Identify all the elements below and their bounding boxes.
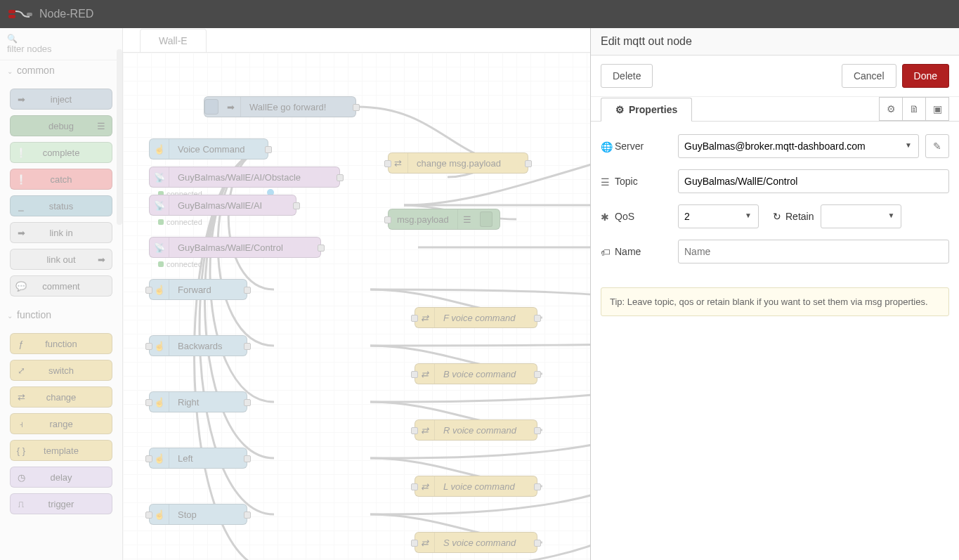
palette-node-change[interactable]: ⇄change bbox=[10, 386, 112, 408]
app-brand: Node-RED bbox=[39, 8, 93, 20]
node-port-in[interactable] bbox=[145, 287, 152, 294]
tag-icon: 🏷 bbox=[601, 247, 611, 256]
debug-icon: ☰ bbox=[94, 119, 108, 133]
palette-node-link-in[interactable]: ➡link in bbox=[10, 222, 112, 243]
cancel-button[interactable]: Cancel bbox=[842, 64, 896, 88]
app-header: Node-RED bbox=[0, 0, 959, 28]
palette-node-range[interactable]: ⫞range bbox=[10, 413, 112, 434]
node-left[interactable]: ☝Left bbox=[149, 448, 247, 469]
node-port-out[interactable] bbox=[265, 146, 272, 153]
function-icon: ƒ bbox=[14, 337, 28, 351]
node-forward[interactable]: ☝Forward bbox=[149, 279, 247, 300]
name-input[interactable] bbox=[678, 240, 949, 263]
palette-node-comment[interactable]: 💬comment bbox=[10, 275, 112, 297]
node-port-out[interactable] bbox=[244, 287, 251, 294]
server-select[interactable]: GuyBalmas@broker.mqtt-dashboard.com bbox=[678, 134, 919, 158]
node-port-in[interactable] bbox=[384, 160, 391, 167]
palette-node-catch[interactable]: ❕catch bbox=[10, 169, 112, 190]
status-dot-icon bbox=[158, 261, 164, 267]
palette-node-switch[interactable]: ⤢switch bbox=[10, 360, 112, 381]
node-mqtt-ai[interactable]: 📡GuyBalmas/WallE/AI bbox=[149, 195, 296, 216]
search-icon: 🔍 bbox=[7, 34, 18, 44]
node-port-out[interactable] bbox=[534, 540, 541, 547]
edit-server-button[interactable]: ✎ bbox=[925, 134, 949, 158]
palette-sidebar: 🔍 ⌄common ➡inject debug☰ ❕complete ❕catc… bbox=[0, 28, 123, 560]
palette-node-function[interactable]: ƒfunction bbox=[10, 333, 112, 354]
change-icon: ⇄ bbox=[415, 364, 435, 384]
change-icon: ⇄ bbox=[14, 390, 28, 404]
node-port-in[interactable] bbox=[384, 216, 391, 223]
tab-wall-e[interactable]: Wall-E bbox=[140, 29, 207, 52]
node-port-in[interactable] bbox=[145, 455, 152, 462]
appearance-icon-button[interactable]: ▣ bbox=[925, 97, 949, 121]
node-port-out[interactable] bbox=[293, 202, 300, 209]
node-port-in[interactable] bbox=[145, 512, 152, 519]
node-b-voice-command[interactable]: ⇄B voice command bbox=[415, 363, 537, 384]
node-f-voice-command[interactable]: ⇄F voice command bbox=[415, 307, 537, 328]
link-in-icon: ➡ bbox=[14, 226, 28, 240]
filter-nodes-row[interactable]: 🔍 bbox=[0, 28, 122, 60]
node-port-in[interactable] bbox=[145, 343, 152, 350]
node-port-out[interactable] bbox=[353, 104, 360, 111]
node-inject-wallee[interactable]: ➡WallEe go forward! bbox=[204, 96, 356, 117]
link-out-icon: ➡ bbox=[94, 252, 108, 266]
node-port-out[interactable] bbox=[244, 455, 251, 462]
node-port-out[interactable] bbox=[244, 399, 251, 406]
inject-button-icon[interactable] bbox=[204, 99, 218, 115]
trigger-icon: ⎍ bbox=[14, 497, 28, 511]
settings-icon-button[interactable]: ⚙ bbox=[879, 97, 903, 121]
node-port-out[interactable] bbox=[337, 174, 344, 181]
pencil-icon: ✎ bbox=[933, 141, 941, 152]
mqtt-icon: 📡 bbox=[150, 237, 169, 257]
node-right[interactable]: ☝Right bbox=[149, 391, 247, 412]
node-port-in[interactable] bbox=[411, 371, 418, 378]
palette-scrollbar[interactable] bbox=[117, 49, 122, 225]
node-port-out[interactable] bbox=[525, 160, 532, 167]
palette-node-complete[interactable]: ❕complete bbox=[10, 142, 112, 163]
qos-select[interactable]: 2 bbox=[678, 204, 759, 228]
palette-node-status[interactable]: ⎯status bbox=[10, 195, 112, 216]
node-port-out[interactable] bbox=[244, 512, 251, 519]
template-icon: { } bbox=[14, 443, 28, 457]
node-s-voice-command[interactable]: ⇄S voice command bbox=[415, 532, 537, 553]
retain-select[interactable] bbox=[821, 204, 901, 228]
node-voice-command[interactable]: ☝Voice Command bbox=[149, 138, 268, 159]
node-port-out[interactable] bbox=[244, 343, 251, 350]
node-mqtt-obstacle[interactable]: 📡GuyBalmas/WallE/AI/Obstacle bbox=[149, 167, 340, 188]
palette-node-trigger[interactable]: ⎍trigger bbox=[10, 493, 112, 514]
palette-node-link-out[interactable]: link out➡ bbox=[10, 249, 112, 270]
node-change-payload[interactable]: ⇄change msg.payload bbox=[388, 152, 528, 174]
category-common[interactable]: ⌄common bbox=[0, 60, 122, 80]
palette-node-delay[interactable]: ◷delay bbox=[10, 467, 112, 488]
delete-button[interactable]: Delete bbox=[601, 64, 653, 88]
node-port-out[interactable] bbox=[534, 427, 541, 434]
done-button[interactable]: Done bbox=[902, 64, 949, 88]
node-port-out[interactable] bbox=[534, 371, 541, 378]
delay-icon: ◷ bbox=[14, 470, 28, 484]
node-debug-payload[interactable]: msg.payload☰ bbox=[388, 209, 500, 230]
node-mqtt-control[interactable]: 📡GuyBalmas/WallE/Control bbox=[149, 237, 321, 258]
node-port-out[interactable] bbox=[534, 483, 541, 490]
node-port-in[interactable] bbox=[411, 483, 418, 490]
inject-icon: ➡ bbox=[221, 97, 241, 117]
filter-nodes-input[interactable] bbox=[7, 44, 105, 54]
tab-properties[interactable]: ⚙Properties bbox=[601, 98, 692, 122]
node-stop[interactable]: ☝Stop bbox=[149, 504, 247, 525]
description-icon-button[interactable]: 🗎 bbox=[902, 97, 926, 121]
retain-icon: ↻ bbox=[773, 211, 781, 222]
node-port-in[interactable] bbox=[411, 540, 418, 547]
node-r-voice-command[interactable]: ⇄R voice command bbox=[415, 419, 537, 441]
category-function[interactable]: ⌄function bbox=[0, 305, 122, 325]
debug-toggle-icon[interactable] bbox=[480, 211, 492, 227]
palette-node-inject[interactable]: ➡inject bbox=[10, 89, 112, 110]
node-port-out[interactable] bbox=[318, 245, 325, 252]
node-l-voice-command[interactable]: ⇄L voice command bbox=[415, 476, 537, 497]
node-backwards[interactable]: ☝Backwards bbox=[149, 335, 247, 356]
topic-input[interactable] bbox=[678, 169, 949, 193]
node-port-in[interactable] bbox=[145, 399, 152, 406]
palette-node-template[interactable]: { }template bbox=[10, 440, 112, 461]
palette-node-debug[interactable]: debug☰ bbox=[10, 115, 112, 136]
node-port-in[interactable] bbox=[411, 315, 418, 322]
node-port-in[interactable] bbox=[411, 427, 418, 434]
node-port-out[interactable] bbox=[534, 315, 541, 322]
